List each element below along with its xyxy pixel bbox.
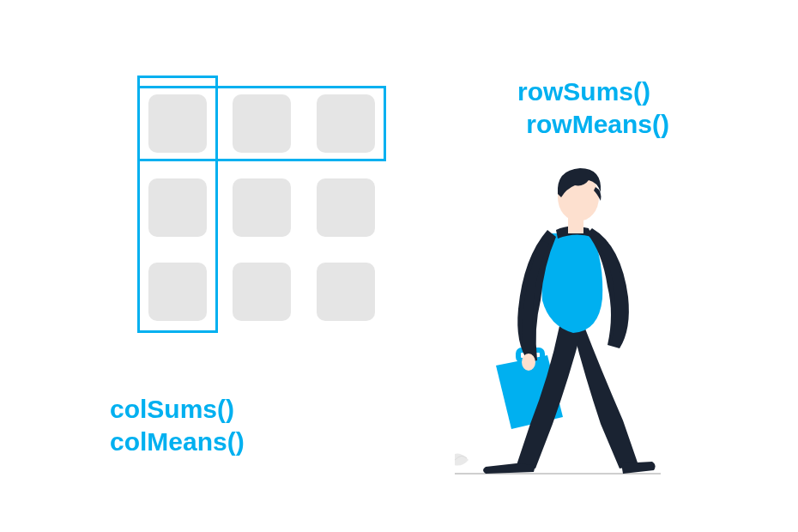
grid-cell	[233, 263, 291, 321]
col-means-label: colMeans()	[110, 426, 245, 458]
svg-point-2	[522, 354, 535, 371]
grid-cell	[317, 178, 375, 237]
svg-point-5	[588, 193, 596, 205]
person-illustration	[455, 163, 695, 489]
row-means-label: rowMeans()	[526, 108, 669, 141]
col-sums-label: colSums()	[110, 393, 234, 426]
grid-cell	[233, 178, 291, 237]
col-highlight-box	[137, 76, 218, 333]
grid-cell	[317, 263, 375, 321]
row-sums-label: rowSums()	[517, 76, 650, 108]
